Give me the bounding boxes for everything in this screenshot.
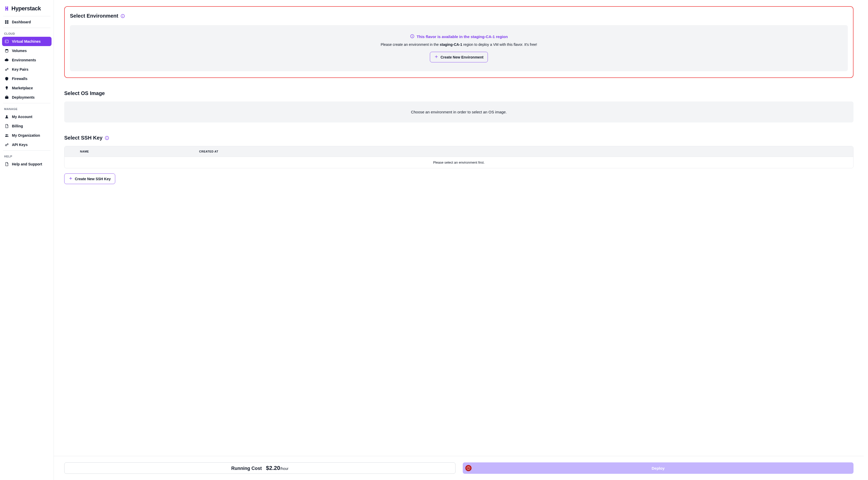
svg-rect-18: [412, 36, 412, 37]
sidebar-section-cloud: CLOUD: [2, 29, 52, 37]
svg-point-7: [5, 69, 7, 70]
sidebar-item-volumes[interactable]: Volumes: [2, 46, 52, 55]
svg-point-11: [7, 134, 8, 135]
briefcase-icon: [5, 95, 9, 99]
sidebar-item-my-account[interactable]: My Account: [2, 112, 52, 121]
server-icon: [5, 39, 9, 43]
shield-icon: [5, 77, 9, 81]
sidebar-item-key-pairs[interactable]: Key Pairs: [2, 65, 52, 74]
sidebar-item-label: Billing: [12, 124, 23, 128]
svg-rect-4: [5, 40, 8, 43]
button-label: Create New SSH Key: [75, 177, 111, 181]
sidebar-section-manage: MANAGE: [2, 104, 52, 112]
users-icon: [5, 133, 9, 137]
sidebar-item-label: My Account: [12, 115, 32, 119]
environment-empty-state: This flavor is available in the staging-…: [70, 25, 848, 71]
os-empty-text: Choose an environment in order to select…: [411, 110, 507, 114]
divider: [3, 28, 51, 28]
column-name: NAME: [80, 150, 199, 153]
table-empty-row: Please select an environment first.: [64, 157, 853, 168]
button-label: Deploy: [652, 466, 664, 471]
ssh-empty-text: Please select an environment first.: [433, 161, 485, 164]
sidebar-item-label: Volumes: [12, 49, 27, 53]
env-desc-prefix: Please create an environment in the: [381, 42, 440, 46]
document-icon: [5, 162, 9, 166]
alert-icon: [465, 465, 471, 471]
env-desc-suffix: region to deploy a VM with this flavor. …: [462, 42, 537, 46]
svg-rect-21: [107, 138, 107, 139]
sidebar-item-label: Help and Support: [12, 162, 42, 166]
key-icon: [5, 67, 9, 71]
divider: [3, 103, 51, 103]
plus-icon: [69, 176, 73, 181]
sidebar: Hyperstack Dashboard CLOUD Virtual Machi…: [0, 0, 54, 480]
svg-point-5: [6, 41, 6, 42]
svg-rect-2: [5, 22, 6, 24]
os-image-empty-state: Choose an environment in order to select…: [64, 101, 854, 123]
brand-logo-icon: [4, 6, 9, 11]
flavor-region: staging-CA-1: [471, 34, 495, 39]
running-cost-box: Running Cost $2.20/hour: [64, 462, 456, 474]
button-label: Create New Environment: [440, 55, 484, 59]
section-title: Select OS Image: [64, 90, 105, 96]
sidebar-item-label: API Keys: [12, 143, 28, 147]
cost-label: Running Cost: [231, 466, 262, 471]
sidebar-item-dashboard[interactable]: Dashboard: [2, 17, 52, 27]
sidebar-item-label: Key Pairs: [12, 67, 29, 71]
section-title: Select SSH Key: [64, 135, 102, 141]
footer-bar: Running Cost $2.20/hour Deploy: [54, 456, 864, 480]
sidebar-item-help-support[interactable]: Help and Support: [2, 159, 52, 169]
sidebar-item-billing[interactable]: Billing: [2, 121, 52, 131]
svg-point-20: [107, 137, 107, 137]
svg-rect-3: [7, 22, 8, 24]
sidebar-item-deployments[interactable]: Deployments: [2, 93, 52, 102]
deploy-button[interactable]: Deploy: [463, 462, 854, 474]
sidebar-item-label: Marketplace: [12, 86, 33, 90]
sidebar-item-api-keys[interactable]: API Keys: [2, 140, 52, 149]
sidebar-item-firewalls[interactable]: Firewalls: [2, 74, 52, 83]
sidebar-item-label: Deployments: [12, 95, 35, 99]
column-created-at: CREATED AT: [199, 150, 218, 153]
info-icon[interactable]: [104, 136, 109, 140]
sidebar-item-virtual-machines[interactable]: Virtual Machines: [2, 37, 52, 46]
info-icon[interactable]: [120, 14, 125, 19]
dashboard-icon: [5, 20, 9, 24]
info-icon: [410, 34, 414, 39]
create-environment-button[interactable]: Create New Environment: [430, 52, 488, 62]
flavor-text-suffix: region: [495, 34, 508, 39]
create-ssh-key-button[interactable]: Create New SSH Key: [64, 173, 115, 184]
svg-point-10: [6, 134, 7, 135]
ssh-key-table: NAME CREATED AT Please select an environ…: [64, 146, 854, 168]
sidebar-item-environments[interactable]: Environments: [2, 55, 52, 65]
main-content: Select Environment This flavor is availa…: [54, 0, 864, 480]
cloud-icon: [5, 58, 9, 62]
sidebar-item-marketplace[interactable]: Marketplace: [2, 83, 52, 93]
sidebar-item-label: Firewalls: [12, 77, 27, 81]
select-environment-card: Select Environment This flavor is availa…: [64, 6, 854, 78]
svg-rect-0: [5, 21, 6, 22]
sidebar-item-my-organization[interactable]: My Organization: [2, 131, 52, 140]
svg-point-24: [468, 469, 469, 469]
svg-rect-8: [5, 97, 8, 99]
svg-rect-23: [468, 467, 468, 468]
sidebar-item-label: Virtual Machines: [12, 39, 41, 43]
sidebar-item-label: Environments: [12, 58, 36, 62]
key-icon: [5, 143, 9, 147]
svg-point-12: [5, 145, 7, 146]
plus-icon: [434, 55, 438, 60]
svg-point-6: [5, 49, 8, 50]
brand-name: Hyperstack: [11, 5, 41, 12]
section-title: Select Environment: [70, 13, 118, 19]
flavor-text-prefix: This flavor is available in the: [417, 34, 470, 39]
table-header: NAME CREATED AT: [64, 146, 853, 157]
database-icon: [5, 49, 9, 53]
svg-rect-1: [7, 21, 8, 22]
svg-point-14: [122, 15, 123, 15]
svg-rect-15: [122, 16, 123, 17]
user-icon: [5, 115, 9, 119]
sidebar-section-help: HELP: [2, 152, 52, 159]
cost-unit: /hour: [280, 467, 288, 471]
lightbulb-icon: [5, 86, 9, 90]
brand[interactable]: Hyperstack: [2, 4, 52, 15]
env-desc-region: staging-CA-1: [440, 42, 462, 46]
